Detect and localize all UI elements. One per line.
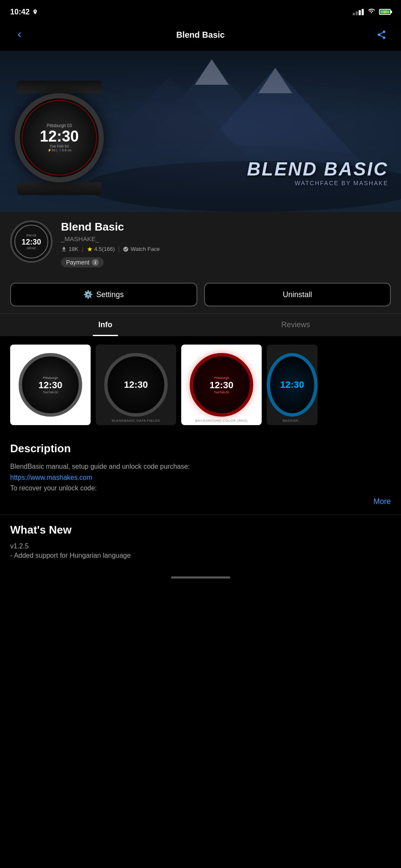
payment-info-icon[interactable]: i xyxy=(92,259,99,266)
status-icons: ⚡ xyxy=(353,8,391,16)
status-time: 10:42 xyxy=(10,8,38,17)
hero-banner: Pittsburgh 03 12:30 Tue Feb 02 ⚡50 | ☽ 0… xyxy=(0,51,401,212)
page-title: Blend Basic xyxy=(176,30,224,40)
app-icon-time: 12:30 xyxy=(22,238,41,247)
screenshot-1[interactable]: Pittsburgh 12:30 Tue Feb 02 xyxy=(10,345,91,425)
settings-label: Settings xyxy=(96,290,124,299)
screenshot-3-label: BACKGROUND COLOR (RED) xyxy=(181,419,262,423)
settings-icon: ⚙️ xyxy=(83,290,93,299)
screenshot-2[interactable]: 12:30 BLENDBASIC DATA FIELDS xyxy=(96,345,176,425)
app-info-section: PM 03 12:30 160 kC Blend Basic _MASHAKE_… xyxy=(0,212,401,276)
description-title: Description xyxy=(10,442,391,455)
tabs-container: Info Reviews xyxy=(0,313,401,336)
share-button[interactable] xyxy=(372,25,391,44)
signal-bars xyxy=(353,9,364,15)
rating-value: 4.5(166) xyxy=(94,246,115,252)
uninstall-label: Uninstall xyxy=(283,290,312,299)
status-bar: 10:42 ⚡ xyxy=(0,0,401,21)
screenshot-gallery: Pittsburgh 12:30 Tue Feb 02 12:30 BLENDB… xyxy=(0,336,401,434)
payment-label: Payment xyxy=(66,259,89,266)
description-link[interactable]: https://www.mashakes.com xyxy=(10,474,92,481)
time-display: 10:42 xyxy=(10,8,30,17)
downloads-stat: 18K xyxy=(61,246,78,252)
payment-badge[interactable]: Payment i xyxy=(61,257,104,267)
download-count: 18K xyxy=(69,246,78,252)
category-stat: Watch Face xyxy=(123,246,160,252)
screenshot-3[interactable]: Pittsburgh 12:30 Tue Feb 02 BACKGROUND C… xyxy=(181,345,262,425)
hero-subtitle: Watchface by Mashake xyxy=(247,180,388,186)
back-button[interactable] xyxy=(10,25,29,44)
whats-new-section: What's New v1.2.5 - Added support for Hu… xyxy=(0,515,401,568)
tab-reviews[interactable]: Reviews xyxy=(201,314,391,336)
screenshot-2-label: BLENDBASIC DATA FIELDS xyxy=(96,419,176,423)
app-stats: 18K | 4.5(166) | Watch Face xyxy=(61,246,391,252)
app-icon: PM 03 12:30 160 kC xyxy=(10,220,53,263)
description-section: Description BlendBasic manual, setup gui… xyxy=(0,434,401,515)
nav-bar: Blend Basic xyxy=(0,21,401,51)
rating-stat: 4.5(166) xyxy=(87,246,115,252)
stat-divider-2: | xyxy=(118,246,119,252)
hero-watch: Pittsburgh 03 12:30 Tue Feb 02 ⚡50 | ☽ 0… xyxy=(8,64,110,199)
app-name: Blend Basic xyxy=(61,220,391,234)
location-icon xyxy=(32,9,38,15)
home-indicator xyxy=(171,576,230,579)
stat-divider-1: | xyxy=(82,246,83,252)
description-text: BlendBasic manual, setup guide and unloc… xyxy=(10,461,391,494)
app-author: _MASHAKE_ xyxy=(61,235,391,242)
version-note: - Added support for Hungarian language xyxy=(10,552,391,559)
app-details: Blend Basic _MASHAKE_ 18K | 4.5(166) | W… xyxy=(61,220,391,267)
battery-indicator: ⚡ xyxy=(379,9,391,15)
screenshot-4-label: BACKGR... xyxy=(267,419,318,423)
more-button[interactable]: More xyxy=(10,497,391,506)
settings-button[interactable]: ⚙️ Settings xyxy=(10,283,197,306)
uninstall-button[interactable]: Uninstall xyxy=(204,283,391,306)
tab-info[interactable]: Info xyxy=(10,314,201,336)
wifi-icon xyxy=(367,8,376,16)
category-label: Watch Face xyxy=(130,246,160,252)
whats-new-title: What's New xyxy=(10,523,391,537)
version-text: v1.2.5 xyxy=(10,542,391,550)
hero-text-area: BLEND BASIC Watchface by Mashake xyxy=(247,159,388,186)
screenshot-4[interactable]: 12:30 BACKGR... xyxy=(267,345,318,425)
action-buttons: ⚙️ Settings Uninstall xyxy=(0,276,401,313)
hero-title: BLEND BASIC xyxy=(247,159,388,180)
